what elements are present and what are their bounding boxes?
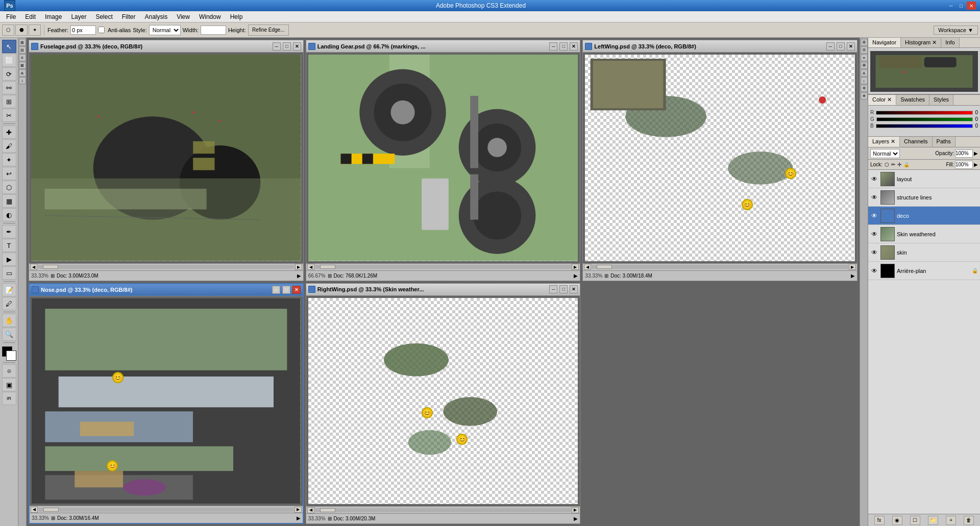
rightwing-canvas-content[interactable]: 😊 😊 <box>308 298 578 505</box>
landing-scroll-track[interactable] <box>315 265 572 269</box>
tab-swatches[interactable]: Swatches <box>896 95 929 105</box>
doc-fuselage-maximize[interactable]: □ <box>283 42 291 51</box>
fuselage-scroll-left[interactable]: ◀ <box>30 264 37 270</box>
tool-gradient[interactable]: ▦ <box>2 194 16 208</box>
side-icon-5[interactable]: A <box>19 69 26 77</box>
rightwing-scroll-right[interactable]: ▶ <box>572 507 579 513</box>
rightwing-scroll-track[interactable] <box>315 508 572 512</box>
doc-leftwing-close[interactable]: ✕ <box>847 42 855 51</box>
menu-layer[interactable]: Layer <box>67 12 90 21</box>
tab-styles[interactable]: Styles <box>929 95 953 105</box>
side-icon-4[interactable]: ⊠ <box>19 62 26 69</box>
lock-image-icon[interactable]: ✏ <box>891 162 895 167</box>
tool-marquee-rect[interactable]: ⬜ <box>2 54 16 67</box>
toolbar-antialias-checkbox[interactable] <box>98 27 105 33</box>
leftwing-scroll-track[interactable] <box>592 265 848 269</box>
tab-info[interactable]: Info <box>941 38 959 47</box>
layer-eye-skin[interactable]: 👁 <box>870 248 878 257</box>
landing-scroll-left[interactable]: ◀ <box>307 264 314 270</box>
toolbar-width-input[interactable] <box>201 26 226 35</box>
layer-adjustment-button[interactable]: ☐ <box>910 516 920 525</box>
tool-eraser[interactable]: ⬡ <box>2 181 16 194</box>
menu-image[interactable]: Image <box>41 12 66 21</box>
lock-transparent-icon[interactable]: ⬡ <box>885 162 889 167</box>
close-button[interactable]: ✕ <box>967 2 976 10</box>
tool-shape[interactable]: ▭ <box>2 266 16 280</box>
rightwing-scroll-left[interactable]: ◀ <box>307 507 314 513</box>
doc-landing-maximize[interactable]: □ <box>559 42 568 51</box>
tool-zoom[interactable]: 🔍 <box>2 328 16 341</box>
tool-crop[interactable]: ⊞ <box>2 95 16 108</box>
doc-leftwing-minimize[interactable]: ─ <box>826 42 835 51</box>
rightwing-scroll-arrow[interactable]: ▶ <box>574 516 578 521</box>
tool-quick-mask[interactable]: ◎ <box>2 364 16 378</box>
side-icon-3[interactable]: ≡ <box>19 54 26 61</box>
layer-item-skin-weathered[interactable]: 👁 Skin weathered <box>868 225 980 243</box>
layer-fill-input[interactable] <box>955 161 973 169</box>
toolbar-select-btn2[interactable]: ⬣ <box>15 24 28 36</box>
tab-histogram[interactable]: Histogram ✕ <box>901 38 941 47</box>
background-color[interactable] <box>6 350 16 361</box>
toolbar-feather-input[interactable] <box>70 26 96 35</box>
doc-rightwing-maximize[interactable]: □ <box>559 285 568 293</box>
color-b-slider[interactable] <box>876 124 973 128</box>
landing-canvas-content[interactable] <box>308 55 578 261</box>
doc-rightwing-minimize[interactable]: ─ <box>549 285 557 293</box>
layer-item-skin[interactable]: 👁 skin <box>868 243 980 262</box>
fill-arrow[interactable]: ▶ <box>974 162 978 167</box>
fuselage-canvas-content[interactable] <box>31 55 301 261</box>
tool-move[interactable]: ↖ <box>2 40 16 53</box>
doc-nose-maximize[interactable]: □ <box>282 286 290 294</box>
layer-item-deco[interactable]: 👁 deco <box>868 207 980 225</box>
layer-item-arriere[interactable]: 👁 Arrière-plan 🔒 <box>868 262 980 280</box>
opacity-arrow[interactable]: ▶ <box>974 151 978 156</box>
doc-nose-minimize[interactable]: ─ <box>272 286 280 294</box>
layer-blend-mode-select[interactable]: Normal <box>870 149 900 158</box>
tool-brush[interactable]: 🖌 <box>2 139 16 153</box>
layer-item-layout[interactable]: 👁 layout <box>868 170 980 188</box>
lock-position-icon[interactable]: ✛ <box>897 162 901 167</box>
nose-scroll-track[interactable] <box>38 508 294 512</box>
leftwing-scroll-left[interactable]: ◀ <box>584 264 591 270</box>
far-right-icon-3[interactable]: ≡ <box>861 54 868 61</box>
layer-eye-deco[interactable]: 👁 <box>870 212 878 220</box>
side-icon-2[interactable]: ⊟ <box>19 46 26 54</box>
menu-select[interactable]: Select <box>91 12 116 21</box>
doc-landing-close[interactable]: ✕ <box>570 42 578 51</box>
tool-clone-stamp[interactable]: ✦ <box>2 153 16 166</box>
doc-leftwing-maximize[interactable]: □ <box>837 42 845 51</box>
tool-magic-wand[interactable]: ⚯ <box>2 81 16 94</box>
tool-lasso[interactable]: ⟳ <box>2 67 16 81</box>
doc-landing-minimize[interactable]: ─ <box>549 42 557 51</box>
doc-rightwing-close[interactable]: ✕ <box>570 285 578 293</box>
leftwing-scroll-right[interactable]: ▶ <box>849 264 856 270</box>
far-right-icon-2[interactable]: ⊟ <box>861 46 868 54</box>
minimize-button[interactable]: ─ <box>946 2 955 10</box>
tool-history-brush[interactable]: ↩ <box>2 167 16 180</box>
tool-slice[interactable]: ✂ <box>2 109 16 122</box>
menu-help[interactable]: Help <box>226 12 247 21</box>
side-icon-6[interactable]: ↕ <box>19 77 26 84</box>
tool-path-select[interactable]: ▶ <box>2 253 16 266</box>
toolbar-select-btn3[interactable]: ✦ <box>29 24 41 36</box>
toolbar-select-btn[interactable]: ⬡ <box>2 24 14 36</box>
color-r-slider[interactable] <box>876 111 973 115</box>
far-right-icon-5[interactable]: A <box>861 69 868 77</box>
tool-dodge[interactable]: ◐ <box>2 208 16 221</box>
side-icon-1[interactable]: ⊞ <box>19 39 26 46</box>
far-right-icon-7[interactable]: ⚙ <box>861 85 868 92</box>
toolbar-style-select[interactable]: Normal <box>149 25 181 35</box>
tool-eyedropper[interactable]: 🖊 <box>2 297 16 310</box>
tab-color[interactable]: Color ✕ <box>868 95 896 105</box>
menu-view[interactable]: View <box>173 12 194 21</box>
nose-scroll-left[interactable]: ◀ <box>31 507 38 513</box>
doc-fuselage-minimize[interactable]: ─ <box>273 42 281 51</box>
nose-scroll-right[interactable]: ▶ <box>295 507 302 513</box>
layer-eye-layout[interactable]: 👁 <box>870 175 878 183</box>
far-right-icon-1[interactable]: ⊞ <box>861 39 868 46</box>
fuselage-scroll-right[interactable]: ▶ <box>295 264 302 270</box>
leftwing-canvas-content[interactable]: 😊 😊 <box>585 55 855 261</box>
menu-window[interactable]: Window <box>195 12 225 21</box>
landing-scroll-right[interactable]: ▶ <box>572 264 579 270</box>
far-right-icon-6[interactable]: ↕ <box>861 77 868 84</box>
